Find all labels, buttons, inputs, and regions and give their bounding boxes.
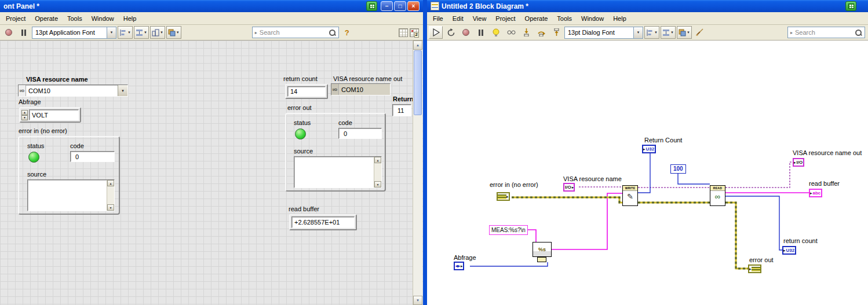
menu-edit[interactable]: Edit	[448, 13, 468, 24]
maximize-button[interactable]: □	[394, 1, 406, 11]
read-buffer-terminal[interactable]: ▸ abc	[809, 189, 822, 197]
scroll-up-icon[interactable]: ▲	[374, 157, 381, 163]
code-field[interactable]: 0	[70, 151, 115, 162]
scroll-down-icon[interactable]: ▼	[107, 204, 114, 211]
font-selector[interactable]: 13pt Dialog Font ▼	[564, 27, 643, 39]
distribute-objects-dropdown[interactable]: ▼	[134, 26, 149, 39]
return-count-top-terminal[interactable]: ▸ U32	[642, 145, 656, 153]
abfrage-label: Abfrage	[19, 98, 41, 105]
code-field: 0	[338, 128, 382, 139]
abort-button[interactable]	[459, 26, 473, 39]
return-count-bottom-terminal[interactable]: ▸ U32	[782, 246, 796, 255]
menu-operate[interactable]: Operate	[30, 13, 63, 24]
abfrage-value-field[interactable]: VOLT	[29, 109, 79, 120]
menu-project[interactable]: Project	[1, 13, 30, 24]
error-in-terminal[interactable]: ▸	[497, 192, 510, 201]
pause-button[interactable]	[17, 26, 31, 39]
step-over-icon	[537, 28, 546, 36]
decrement-button[interactable]: ▼	[21, 115, 28, 120]
menu-help[interactable]: Help	[119, 13, 141, 24]
search-box[interactable]: ▸ Search	[252, 27, 339, 38]
abfrage-control[interactable]: ▲ ▼ VOLT	[19, 107, 81, 123]
panel-windows-icon[interactable]: 2	[410, 28, 419, 37]
front-panel-window: ont Panel * – □ × Project Operate Tools …	[0, 0, 425, 305]
distribute-objects-dropdown[interactable]: ▼	[661, 26, 676, 39]
scrollbar-thumb[interactable]	[414, 50, 422, 115]
menu-view[interactable]: View	[468, 13, 491, 24]
reorder-dropdown[interactable]: ▼	[677, 26, 692, 39]
close-button[interactable]: ×	[407, 1, 420, 11]
visa-read-node[interactable]: READ ∞	[710, 185, 725, 206]
menu-project[interactable]: Project	[491, 13, 520, 24]
dropdown-arrow-button[interactable]: ▼	[118, 85, 127, 96]
highlight-execution-button[interactable]	[489, 26, 503, 39]
labview-icon	[366, 1, 377, 11]
chevron-down-icon[interactable]: ▼	[633, 27, 643, 38]
front-panel-canvas[interactable]: VISA resource name I/O COM10 ▼ Abfrage ▲…	[0, 41, 423, 305]
run-continuously-button[interactable]	[444, 26, 458, 39]
menu-tools[interactable]: Tools	[552, 13, 577, 24]
pause-button[interactable]	[474, 26, 488, 39]
run-button[interactable]	[429, 26, 443, 39]
align-objects-dropdown[interactable]: ▼	[118, 26, 133, 39]
step-out-button[interactable]	[549, 26, 563, 39]
scroll-up-icon[interactable]: ▲	[107, 180, 114, 186]
step-into-button[interactable]	[519, 26, 533, 39]
pencil-icon: ✎	[627, 191, 633, 203]
align-objects-dropdown[interactable]: ▼	[644, 26, 659, 39]
block-diagram-titlebar[interactable]: Untitled 2 Block Diagram *	[427, 0, 868, 12]
menu-operate[interactable]: Operate	[520, 13, 553, 24]
grid-alignment-icon[interactable]	[399, 28, 408, 37]
front-panel-titlebar[interactable]: ont Panel * – □ ×	[0, 0, 423, 12]
step-out-icon	[553, 28, 560, 36]
source-field[interactable]: ▲ ▼	[27, 179, 115, 211]
run-arrow-icon	[432, 28, 440, 36]
format-into-string-node[interactable]: %s	[533, 242, 552, 257]
return-count-indicator: 14	[285, 84, 328, 99]
context-help-button[interactable]: ?	[340, 26, 354, 39]
visa-write-node[interactable]: WRITE ✎	[622, 185, 638, 206]
chevron-down-icon: ▼	[654, 31, 658, 34]
retain-wire-values-button[interactable]	[504, 26, 518, 39]
scroll-up-button[interactable]: ▲	[413, 41, 422, 50]
menu-window[interactable]: Window	[87, 13, 119, 24]
minimize-button[interactable]: –	[381, 1, 393, 11]
window-grid-tools: 2	[399, 28, 419, 37]
abort-button[interactable]	[2, 26, 16, 39]
reorder-dropdown[interactable]: ▼	[166, 26, 181, 39]
abfrage-terminal[interactable]: ◂▸ ▸	[454, 262, 464, 270]
menu-window[interactable]: Window	[577, 13, 608, 24]
clean-up-diagram-button[interactable]	[693, 26, 707, 39]
format-node-expand-block[interactable]	[537, 257, 546, 262]
block-diagram-canvas[interactable]: error in (no error) VISA resource name R…	[427, 41, 868, 305]
menu-tools[interactable]: Tools	[63, 13, 87, 24]
visa-resource-name-terminal[interactable]: I/O ▸	[563, 183, 575, 192]
io-type-icon: I/O	[19, 85, 26, 96]
error-out-terminal[interactable]: ▸	[748, 264, 761, 273]
clean-up-diagram-icon	[695, 28, 704, 36]
resize-objects-dropdown[interactable]: ▼	[150, 26, 165, 39]
source-scrollbar[interactable]: ▲ ▼	[107, 180, 114, 211]
source-label: source	[27, 171, 46, 178]
format-string-constant[interactable]: MEAS:%s?\n	[489, 225, 528, 235]
increment-button[interactable]: ▲	[21, 110, 28, 115]
status-led[interactable]	[28, 152, 39, 163]
control-arrow-icon: ▸	[461, 264, 463, 268]
source-scrollbar[interactable]: ▲ ▼	[374, 157, 381, 188]
visa-resource-name-control[interactable]: I/O COM10 ▼	[18, 84, 128, 97]
vertical-scrollbar[interactable]: ▲ ▼	[413, 41, 422, 305]
step-over-button[interactable]	[534, 26, 548, 39]
abort-icon	[462, 29, 469, 36]
scroll-down-icon[interactable]: ▼	[374, 181, 381, 188]
byte-count-constant[interactable]: 100	[670, 164, 686, 174]
chevron-down-icon[interactable]: ▼	[107, 27, 116, 38]
font-selector[interactable]: 13pt Application Font ▼	[32, 27, 116, 39]
window-title: Untitled 2 Block Diagram *	[442, 2, 528, 10]
visa-resource-name-label: VISA resource name	[26, 76, 88, 83]
visa-resource-name-out-terminal[interactable]: ▸ I/O	[793, 158, 804, 167]
scroll-down-button[interactable]: ▼	[413, 296, 422, 305]
search-box[interactable]: ▸ Search	[787, 27, 865, 38]
menu-file[interactable]: File	[428, 13, 448, 24]
menu-help[interactable]: Help	[608, 13, 631, 24]
pause-icon	[479, 30, 483, 36]
